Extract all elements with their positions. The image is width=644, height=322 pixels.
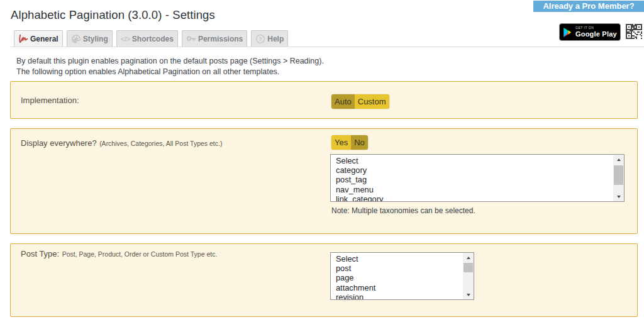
display-no-button[interactable]: No <box>351 135 368 150</box>
tab-help-label: Help <box>267 35 284 43</box>
ap-logo-icon <box>18 33 28 44</box>
post-types-multiselect[interactable]: Select post page attachment revision <box>330 252 474 300</box>
display-everywhere-label: Display everywhere? <box>21 138 97 148</box>
display-everywhere-toggle: Yes No <box>331 135 368 150</box>
post-type-option[interactable]: post <box>336 264 474 273</box>
taxonomy-option[interactable]: link_category <box>336 194 624 202</box>
tab-shortcodes-label: Shortcodes <box>132 35 174 43</box>
post-type-option[interactable]: Select <box>336 254 474 264</box>
tab-general[interactable]: General <box>14 30 63 47</box>
svg-text:?: ? <box>259 36 262 42</box>
code-icon: </> <box>121 35 130 43</box>
scroll-up-button[interactable] <box>463 253 474 262</box>
post-type-hint: Post, Page, Product, Order or Custom Pos… <box>62 250 218 258</box>
implementation-label: Implementation: <box>21 96 79 105</box>
scroll-down-button[interactable] <box>613 192 624 201</box>
implementation-auto-button[interactable]: Auto <box>331 94 355 109</box>
taxonomy-option[interactable]: Select <box>336 156 624 165</box>
taxonomy-option[interactable]: category <box>336 165 624 175</box>
post-type-option[interactable]: attachment <box>336 283 474 292</box>
intro-line-1: By default this plugin enables paginatio… <box>16 57 638 65</box>
intro-text: By default this plugin enables paginatio… <box>16 57 638 76</box>
display-yes-button[interactable]: Yes <box>331 135 351 150</box>
tab-help[interactable]: ? Help <box>251 30 288 47</box>
tab-styling-label: Styling <box>83 35 108 43</box>
post-type-setting-box: Post Type: Post, Page, Product, Order or… <box>10 243 638 317</box>
display-everywhere-hint: (Archives, Categories, All Post Types et… <box>99 140 222 147</box>
display-everywhere-setting-box: Display everywhere? (Archives, Categorie… <box>10 128 638 234</box>
tab-general-label: General <box>30 35 58 43</box>
tab-styling[interactable]: Styling <box>67 30 113 47</box>
post-types-scrollbar[interactable] <box>463 253 474 299</box>
scroll-down-button[interactable] <box>463 290 474 299</box>
scroll-up-button[interactable] <box>613 155 624 164</box>
implementation-custom-button[interactable]: Custom <box>355 94 389 109</box>
tab-bar: General Styling </> Shortcodes <box>10 30 644 47</box>
post-type-label: Post Type: <box>21 249 59 258</box>
tab-permissions[interactable]: Permissions <box>182 30 247 47</box>
implementation-toggle: Auto Custom <box>331 94 389 109</box>
taxonomies-scrollbar[interactable] <box>613 155 624 201</box>
taxonomies-note: Note: Multiple taxonomies can be selecte… <box>331 206 627 215</box>
implementation-setting-box: Implementation: Auto Custom <box>10 81 638 119</box>
tab-shortcodes[interactable]: </> Shortcodes <box>116 30 178 47</box>
key-icon <box>186 34 196 44</box>
taxonomies-multiselect[interactable]: Select category post_tag nav_menu link_c… <box>330 154 625 202</box>
post-type-option[interactable]: page <box>336 273 474 282</box>
taxonomy-option[interactable]: post_tag <box>336 175 624 184</box>
post-type-option[interactable]: revision <box>336 292 474 300</box>
scrollbar-thumb[interactable] <box>614 165 623 185</box>
settings-page: Alphabetic Pagination (3.0.0) - Settings… <box>10 0 638 317</box>
palette-icon <box>71 34 81 44</box>
intro-line-2: The following option enables Alphabetica… <box>16 68 638 76</box>
taxonomy-option[interactable]: nav_menu <box>336 185 624 194</box>
scrollbar-thumb[interactable] <box>464 263 473 272</box>
help-icon: ? <box>255 34 265 44</box>
page-title: Alphabetic Pagination (3.0.0) - Settings <box>10 0 638 22</box>
tab-permissions-label: Permissions <box>198 35 243 43</box>
